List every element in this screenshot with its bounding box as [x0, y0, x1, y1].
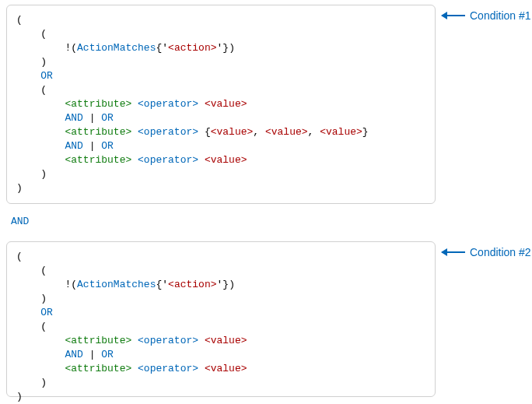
operator-placeholder: <operator> — [138, 126, 198, 138]
code-line: <attribute> <operator> {<value>, <value>… — [16, 125, 425, 139]
code-line: ) — [16, 376, 425, 390]
code-line: !(ActionMatches{'<action>'}) — [16, 41, 425, 55]
set-open: { — [205, 126, 211, 138]
arrow-left-icon — [442, 15, 465, 16]
value-placeholder: <value> — [265, 126, 308, 138]
paren-close: ) — [16, 391, 23, 402]
operator-placeholder: <operator> — [138, 363, 198, 374]
code-line: <attribute> <operator> <value> — [16, 362, 425, 376]
paren-open: ( — [40, 84, 47, 96]
comma: , — [308, 126, 314, 138]
code-line: AND | OR — [16, 111, 425, 125]
paren-open: ( — [71, 279, 77, 290]
and-connector: AND — [11, 215, 29, 229]
code-line: !(ActionMatches{'<action>'}) — [16, 278, 425, 292]
paren-open: ( — [40, 28, 47, 40]
callout-condition-1: Condition #1 — [442, 9, 531, 22]
quote: ' — [162, 42, 168, 54]
condition-block-2: ( ( !(ActionMatches{'<action>'}) ) OR ( … — [6, 241, 436, 397]
paren-open: ( — [40, 321, 47, 332]
paren-open: ( — [40, 265, 47, 276]
pipe: | — [89, 349, 96, 360]
code-line: <attribute> <operator> <value> — [16, 153, 425, 167]
actionmatches-keyword: ActionMatches — [77, 279, 156, 290]
code-line: OR — [16, 306, 425, 320]
callout-label: Condition #1 — [470, 9, 531, 22]
code-line: ) — [16, 181, 425, 195]
paren-close: ) — [40, 168, 47, 180]
value-placeholder: <value> — [205, 98, 247, 110]
paren-open: ( — [16, 251, 23, 262]
value-placeholder: <value> — [211, 126, 254, 138]
operator-placeholder: <operator> — [138, 154, 198, 166]
code-line: ) — [16, 55, 425, 69]
code-line: ( — [16, 27, 425, 41]
or-keyword: OR — [40, 70, 53, 82]
code-line: ) — [16, 390, 425, 404]
code-line: ( — [16, 264, 425, 278]
or-keyword: OR — [101, 140, 114, 152]
and-keyword: AND — [65, 349, 82, 360]
pipe: | — [89, 140, 96, 152]
operator-placeholder: <operator> — [138, 335, 198, 346]
paren-close: ) — [16, 182, 23, 194]
paren-close: ) — [40, 293, 47, 304]
code-line: ( — [16, 320, 425, 334]
pipe: | — [89, 112, 96, 124]
and-keyword: AND — [65, 112, 82, 124]
action-placeholder: <action> — [168, 279, 216, 290]
set-close: } — [362, 126, 369, 138]
or-keyword: OR — [40, 307, 53, 318]
set-close: } — [222, 42, 229, 54]
paren-close: ) — [40, 377, 47, 388]
value-placeholder: <value> — [205, 363, 247, 374]
quote: ' — [162, 279, 168, 290]
code-line: OR — [16, 69, 425, 83]
value-placeholder: <value> — [320, 126, 362, 138]
code-line: AND | OR — [16, 348, 425, 362]
attribute-placeholder: <attribute> — [65, 98, 131, 110]
paren-open: ( — [16, 14, 23, 26]
code-line: <attribute> <operator> <value> — [16, 97, 425, 111]
comma: , — [253, 126, 259, 138]
attribute-placeholder: <attribute> — [65, 335, 131, 346]
code-line: ( — [16, 83, 425, 97]
or-keyword: OR — [101, 349, 114, 360]
attribute-placeholder: <attribute> — [65, 154, 131, 166]
and-keyword: AND — [65, 140, 82, 152]
code-line: ) — [16, 292, 425, 306]
set-close: } — [222, 279, 229, 290]
paren-close: ) — [229, 42, 235, 54]
code-line: <attribute> <operator> <value> — [16, 334, 425, 348]
code-line: ( — [16, 250, 425, 264]
attribute-placeholder: <attribute> — [65, 126, 131, 138]
operator-placeholder: <operator> — [138, 98, 198, 110]
value-placeholder: <value> — [205, 154, 247, 166]
code-line: ) — [16, 167, 425, 181]
condition-block-1: ( ( !(ActionMatches{'<action>'}) ) OR ( … — [6, 5, 436, 204]
callout-label: Condition #2 — [470, 246, 531, 258]
paren-open: ( — [71, 42, 77, 54]
paren-close: ) — [40, 56, 47, 68]
action-placeholder: <action> — [168, 42, 216, 54]
code-line: ( — [16, 13, 425, 27]
callout-condition-2: Condition #2 — [442, 246, 531, 258]
actionmatches-keyword: ActionMatches — [77, 42, 156, 54]
paren-close: ) — [229, 279, 235, 290]
or-keyword: OR — [101, 112, 114, 124]
arrow-left-icon — [442, 251, 465, 253]
attribute-placeholder: <attribute> — [65, 363, 131, 374]
code-line: AND | OR — [16, 139, 425, 153]
value-placeholder: <value> — [205, 335, 247, 346]
